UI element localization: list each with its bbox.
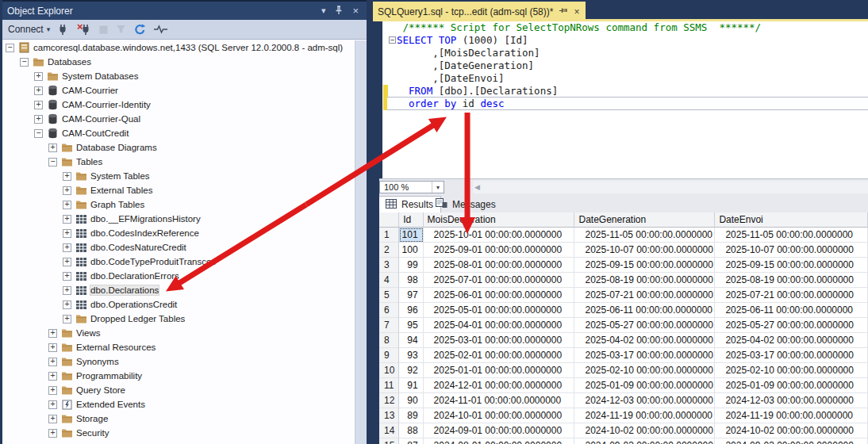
tree-item-camcoresql-database-windows-net-1433-sql[interactable]: −camcoresql.database.windows.net,1433 (S… — [2, 40, 357, 55]
grid-cell[interactable]: 2025-08-19 00:00:00.0000000 — [715, 273, 868, 288]
grid-cell[interactable]: 101 — [399, 228, 423, 243]
grid-cell[interactable]: 2025-05-27 00:00:00.0000000 — [715, 318, 868, 333]
expand-icon[interactable]: + — [48, 329, 57, 338]
code-line[interactable]: /****** Script for SelectTopNRows comman… — [397, 21, 868, 34]
grid-cell[interactable]: 2024-11-01 00:00:00.0000000 — [424, 393, 575, 408]
row-header[interactable]: 15 — [379, 438, 399, 444]
expand-icon[interactable]: + — [63, 201, 71, 209]
grid-cell[interactable]: 2024-10-01 00:00:00.0000000 — [424, 408, 575, 423]
grid-cell[interactable]: 100 — [399, 243, 423, 258]
row-header[interactable]: 10 — [379, 363, 399, 378]
code-line[interactable]: ,[DateEnvoi] — [397, 72, 868, 85]
grid-cell[interactable]: 2025-03-17 00:00:00.0000000 — [715, 348, 868, 363]
grid-corner-cell[interactable] — [379, 212, 399, 228]
grid-cell[interactable]: 2025-06-11 00:00:00.0000000 — [574, 303, 715, 318]
grid-cell[interactable]: 96 — [399, 303, 423, 318]
tree-item-query-store[interactable]: +Query Store — [2, 383, 357, 397]
row-header[interactable]: 7 — [379, 318, 399, 333]
tree-item-dbo-operationscredit[interactable]: +dbo.OperationsCredit — [2, 297, 357, 312]
expand-icon[interactable]: + — [63, 315, 71, 323]
tree-item-dbo-declarationerrors[interactable]: +dbo.DeclarationErrors — [2, 269, 357, 283]
grid-cell[interactable]: 87 — [399, 438, 423, 444]
expand-icon[interactable]: + — [34, 86, 43, 95]
tab-messages[interactable]: Messages — [428, 196, 503, 212]
tree-item-cam-courrier[interactable]: +CAM-Courrier — [2, 83, 357, 98]
expand-icon[interactable]: + — [63, 215, 71, 224]
grid-cell[interactable]: 2025-03-01 00:00:00.0000000 — [424, 333, 575, 348]
tree-item-dbo-efmigrationshistory[interactable]: +dbo.__EFMigrationsHistory — [2, 212, 357, 226]
close-icon[interactable]: × — [352, 5, 359, 17]
grid-cell[interactable]: 2025-09-15 00:00:00.0000000 — [574, 258, 715, 273]
tree-item-external-resources[interactable]: +External Resources — [2, 340, 357, 354]
row-header[interactable]: 6 — [379, 303, 399, 318]
stop-icon[interactable] — [99, 25, 108, 34]
pin-icon[interactable] — [559, 6, 568, 17]
grid-cell[interactable]: 95 — [399, 318, 423, 333]
code-line[interactable]: ,[DateGeneration] — [397, 59, 868, 72]
grid-cell[interactable]: 2025-02-10 00:00:00.0000000 — [715, 363, 868, 378]
grid-cell[interactable]: 93 — [399, 348, 423, 363]
grid-cell[interactable]: 89 — [399, 408, 423, 423]
grid-cell[interactable]: 2024-11-19 00:00:00.0000000 — [715, 408, 868, 423]
tree-item-graph-tables[interactable]: +Graph Tables — [2, 197, 357, 212]
grid-cell[interactable]: 91 — [399, 378, 423, 393]
tree-item-cam-coutcredit[interactable]: −CAM-CoutCredit — [2, 126, 357, 140]
tree-item-programmability[interactable]: +Programmability — [2, 369, 357, 383]
expand-icon[interactable]: + — [63, 258, 71, 266]
grid-cell[interactable]: 2025-01-09 00:00:00.0000000 — [574, 378, 715, 393]
row-header[interactable]: 14 — [379, 423, 399, 438]
row-header[interactable]: 8 — [379, 333, 399, 348]
grid-cell[interactable]: 92 — [399, 363, 423, 378]
connect-button[interactable]: Connect ▾ — [8, 24, 50, 35]
tree-item-dbo-codetypeproduittranscos[interactable]: +dbo.CodeTypeProduitTranscos — [2, 255, 357, 269]
fold-collapse-icon[interactable]: − — [389, 36, 396, 44]
grid-cell[interactable]: 2025-11-05 00:00:00.0000000 — [574, 228, 715, 243]
expand-icon[interactable]: + — [48, 372, 57, 381]
expand-icon[interactable]: + — [63, 300, 71, 309]
tree-scrollbar[interactable] — [355, 40, 367, 444]
grid-cell[interactable]: 2025-07-21 00:00:00.0000000 — [574, 288, 715, 303]
tree-item-dropped-ledger-tables[interactable]: +Dropped Ledger Tables — [2, 312, 357, 326]
object-explorer-titlebar[interactable]: Object Explorer ▾ × — [2, 0, 367, 20]
code-line[interactable]: FROM [dbo].[Declarations] — [397, 85, 868, 98]
grid-cell[interactable]: 2024-12-03 00:00:00.0000000 — [574, 393, 715, 408]
expand-icon[interactable]: + — [34, 72, 43, 81]
collapse-icon[interactable]: − — [20, 58, 29, 67]
pin-icon[interactable] — [335, 6, 343, 17]
grid-cell[interactable]: 2025-11-05 00:00:00.0000000 — [715, 228, 868, 243]
expand-icon[interactable]: + — [63, 243, 71, 252]
grid-cell[interactable]: 90 — [399, 393, 423, 408]
grid-cell[interactable]: 2025-02-01 00:00:00.0000000 — [424, 348, 575, 363]
grid-cell[interactable]: 99 — [399, 258, 423, 273]
row-header[interactable]: 12 — [379, 393, 399, 408]
tree-item-synonyms[interactable]: +Synonyms — [2, 354, 357, 369]
grid-cell[interactable]: 2024-12-03 00:00:00.0000000 — [715, 393, 868, 408]
grid-cell[interactable]: 2025-06-11 00:00:00.0000000 — [715, 303, 868, 318]
grid-cell[interactable]: 2025-10-01 00:00:00.0000000 — [424, 228, 575, 243]
grid-cell[interactable]: 2025-07-01 00:00:00.0000000 — [424, 273, 575, 288]
collapse-icon[interactable]: − — [34, 129, 43, 138]
tree-item-database-diagrams[interactable]: +Database Diagrams — [2, 140, 357, 155]
code-line[interactable]: ,[MoisDeclaration] — [397, 47, 868, 59]
expand-icon[interactable]: + — [48, 400, 57, 409]
tree-item-system-databases[interactable]: +System Databases — [2, 69, 357, 83]
expand-icon[interactable]: + — [63, 172, 71, 181]
code-line[interactable]: order by id desc — [397, 98, 868, 110]
tree-item-external-tables[interactable]: +External Tables — [2, 183, 357, 197]
grid-cell[interactable]: 2025-01-01 00:00:00.0000000 — [424, 363, 575, 378]
grid-cell[interactable]: 97 — [399, 288, 423, 303]
expand-icon[interactable]: + — [63, 272, 71, 281]
tree-item-databases[interactable]: −Databases — [2, 55, 357, 69]
grid-cell[interactable]: 2025-02-10 00:00:00.0000000 — [574, 363, 715, 378]
grid-cell[interactable]: 2025-04-02 00:00:00.0000000 — [715, 333, 868, 348]
disconnect-plug-icon[interactable] — [77, 24, 91, 36]
grid-cell[interactable]: 2025-06-01 00:00:00.0000000 — [424, 288, 575, 303]
row-header[interactable]: 13 — [379, 408, 399, 423]
grid-cell[interactable]: 2025-08-19 00:00:00.0000000 — [574, 273, 715, 288]
grid-cell[interactable]: 2025-09-01 00:00:00.0000000 — [424, 243, 575, 258]
grid-cell[interactable]: 94 — [399, 333, 423, 348]
expand-icon[interactable]: + — [48, 358, 57, 366]
close-icon[interactable]: × — [574, 6, 579, 17]
grid-cell[interactable]: 2025-10-07 00:00:00.0000000 — [574, 243, 715, 258]
grid-cell[interactable]: 2024-12-01 00:00:00.0000000 — [424, 378, 575, 393]
